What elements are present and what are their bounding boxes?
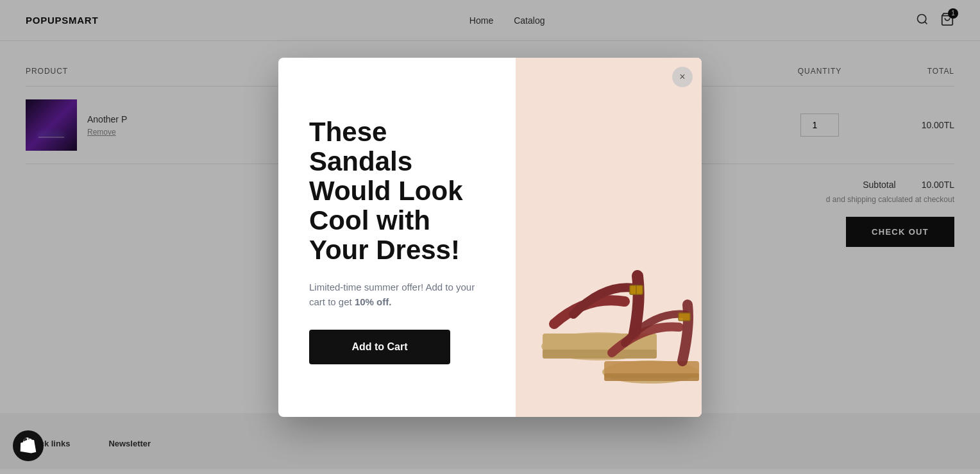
popup-content-left: These Sandals Would Look Cool with Your … [278,58,516,417]
popup-overlay[interactable]: These Sandals Would Look Cool with Your … [0,0,980,469]
add-to-cart-button[interactable]: Add to Cart [309,330,450,364]
shopify-icon [19,437,37,455]
popup-close-button[interactable]: × [672,67,693,87]
shopify-badge[interactable] [13,430,44,461]
popup-subtitle: Limited-time summer offer! Add to your c… [309,280,485,309]
close-icon: × [679,71,685,83]
popup-modal: These Sandals Would Look Cool with Your … [278,58,702,417]
popup-image-panel: × [516,58,702,417]
popup-highlight: 10% off. [355,296,392,307]
sandal-image [516,58,702,417]
popup-title: These Sandals Would Look Cool with Your … [309,117,485,266]
svg-rect-6 [543,350,657,359]
svg-rect-12 [679,313,690,321]
svg-rect-11 [604,373,699,381]
